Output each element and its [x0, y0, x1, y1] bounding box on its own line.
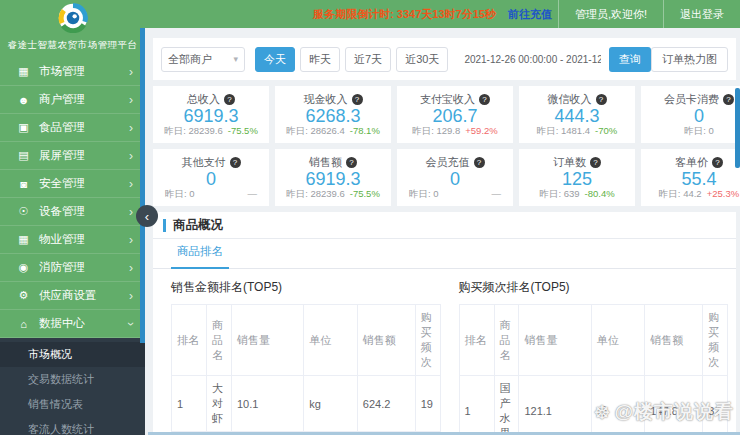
stat-change: -75.5% — [228, 125, 258, 138]
sidebar-item-7[interactable]: ◉消防管理› — [0, 254, 145, 282]
sidebar-scrollbar[interactable] — [140, 28, 145, 343]
submenu-item-1[interactable]: 交易数据统计 — [0, 367, 145, 392]
help-icon[interactable]: ? — [346, 157, 357, 168]
quick-range-button-2[interactable]: 近7天 — [345, 47, 391, 72]
order-heatmap-button[interactable]: 订单热力图 — [651, 47, 728, 72]
sidebar-item-label: 物业管理 — [39, 232, 85, 247]
table-header-cell: 购买频次 — [415, 305, 440, 376]
quick-range-button-3[interactable]: 近30天 — [396, 47, 448, 72]
table-header-row: 排名商品名销售量单位销售额购买频次 — [459, 305, 728, 376]
stat-label: 总收入 — [187, 92, 220, 107]
logout-button[interactable]: 退出登录 — [663, 0, 740, 28]
stat-card-title: 会员卡消费? — [664, 92, 734, 107]
table-header-cell: 单位 — [304, 305, 358, 376]
tab-product-ranking[interactable]: 商品排名 — [171, 244, 229, 269]
quick-range-button-0[interactable]: 今天 — [255, 47, 295, 72]
welcome-text: 管理员,欢迎你! — [558, 0, 663, 28]
stat-card-title: 会员充值? — [426, 155, 485, 170]
chevron-right-icon: › — [129, 233, 133, 247]
sidebar-item-8[interactable]: ⚙供应商设置› — [0, 282, 145, 310]
help-icon[interactable]: ? — [479, 94, 490, 105]
date-range-input[interactable]: 2021-12-26 00:00:00 - 2021-12-26 23:59:5… — [464, 54, 601, 65]
help-icon[interactable]: ? — [352, 94, 363, 105]
sidebar-item-4[interactable]: ◙安全管理› — [0, 170, 145, 198]
stat-value: 0 — [450, 170, 460, 188]
table-cell: 624.2 — [357, 376, 415, 432]
stat-change: -75.5% — [350, 188, 380, 201]
chevron-right-icon: › — [129, 93, 133, 107]
table-cell: 国产水果 — [494, 376, 519, 435]
submenu-item-0[interactable]: 市场概况 — [0, 342, 145, 367]
table-header-cell: 商品名 — [207, 305, 232, 376]
property-grid-icon: ▦ — [16, 233, 31, 246]
ranking-table-0: 销售金额排名(TOP5)排名商品名销售量单位销售额购买频次1大对虾10.1kg6… — [171, 279, 441, 435]
sidebar-item-label: 消防管理 — [39, 260, 85, 275]
table-header-row: 排名商品名销售量单位销售额购买频次 — [172, 305, 441, 376]
stat-yesterday-row: 昨日: 0— — [159, 188, 263, 201]
stat-card-1: 现金收入?6268.3昨日: 28626.4-78.1% — [275, 86, 391, 143]
help-icon[interactable]: ? — [224, 94, 235, 105]
table-cell: 大对虾 — [207, 376, 232, 432]
stat-change: — — [492, 188, 502, 201]
ranking-table-title: 销售金额排名(TOP5) — [171, 279, 441, 296]
stat-yesterday: 昨日: 28626.4 — [286, 125, 345, 138]
sidebar-item-9[interactable]: ⌂数据中心› — [0, 310, 145, 338]
sidebar-item-6[interactable]: ▦物业管理› — [0, 226, 145, 254]
quick-range-button-1[interactable]: 昨天 — [300, 47, 340, 72]
recharge-link[interactable]: 前往充值 — [508, 7, 552, 22]
food-box-icon: ▣ — [16, 121, 31, 134]
sidebar: 睿途士智慧农贸市场管理平台 ▦市场管理›☻商户管理›▣食品管理›▤展屏管理›◙安… — [0, 0, 145, 435]
stat-label: 订单数 — [553, 155, 586, 170]
stat-yesterday-row: 昨日: 0 — [647, 125, 740, 138]
chevron-down-icon: › — [124, 322, 138, 326]
stat-card-title: 总收入? — [187, 92, 235, 107]
stat-value: 6268.3 — [305, 107, 360, 125]
stat-value: 0 — [206, 170, 216, 188]
stat-card-2: 支付宝收入?206.7昨日: 129.8+59.2% — [397, 86, 513, 143]
stat-yesterday: 昨日: 639 — [539, 188, 579, 201]
submenu-item-3[interactable]: 客流人数统计 — [0, 417, 145, 435]
stat-card-title: 销售额? — [309, 155, 357, 170]
merchant-select[interactable]: 全部商户 ▾ — [161, 47, 245, 72]
vertical-scrollbar-thumb[interactable] — [735, 88, 740, 168]
stat-value: 6919.3 — [183, 107, 238, 125]
ranking-table: 排名商品名销售量单位销售额购买频次1大对虾10.1kg624.219湛江 — [171, 304, 441, 435]
watermark-text: @楼市说说看 — [614, 399, 734, 425]
home-icon: ⌂ — [16, 318, 31, 330]
stat-yesterday-row: 昨日: 44.2+25.3% — [647, 188, 740, 201]
stat-card-6: 销售额?6919.3昨日: 28239.6-75.5% — [275, 149, 391, 206]
sidebar-item-label: 市场管理 — [39, 64, 85, 79]
stat-yesterday: 昨日: 129.8 — [412, 125, 460, 138]
stats-grid: 总收入?6919.3昨日: 28239.6-75.5%现金收入?6268.3昨日… — [153, 86, 736, 206]
app-root: 睿途士智慧农贸市场管理平台 ▦市场管理›☻商户管理›▣食品管理›▤展屏管理›◙安… — [0, 0, 740, 435]
table-header-cell: 销售额 — [357, 305, 415, 376]
sidebar-collapse-handle[interactable]: ‹ — [136, 205, 158, 227]
logo: 睿途士智慧农贸市场管理平台 — [0, 0, 145, 58]
help-icon[interactable]: ? — [474, 157, 485, 168]
help-icon[interactable]: ? — [596, 94, 607, 105]
table-header-cell: 销售量 — [231, 305, 303, 376]
stat-card-9: 客单价?55.4昨日: 44.2+25.3% — [641, 149, 740, 206]
help-icon[interactable]: ? — [723, 94, 734, 105]
sidebar-item-3[interactable]: ▤展屏管理› — [0, 142, 145, 170]
sidebar-item-5[interactable]: ☉设备管理› — [0, 198, 145, 226]
submenu-item-2[interactable]: 销售情况表 — [0, 392, 145, 417]
user-icon: ☻ — [16, 94, 31, 106]
stat-card-4: 会员卡消费?0昨日: 0 — [641, 86, 740, 143]
search-button[interactable]: 查询 — [609, 47, 651, 72]
help-icon[interactable]: ? — [230, 157, 241, 168]
table-cell: 19 — [415, 376, 440, 432]
stat-yesterday-row: 昨日: 28239.6-75.5% — [281, 188, 385, 201]
stat-label: 现金收入 — [304, 92, 348, 107]
stat-yesterday: 昨日: 0 — [409, 188, 439, 201]
sidebar-item-0[interactable]: ▦市场管理› — [0, 58, 145, 86]
stat-change: — — [248, 188, 258, 201]
filter-bar: 全部商户 ▾ 今天昨天近7天近30天 2021-12-26 00:00:00 -… — [153, 38, 736, 80]
stat-card-3: 微信收入?444.3昨日: 1481.4-70% — [519, 86, 635, 143]
sidebar-item-2[interactable]: ▣食品管理› — [0, 114, 145, 142]
help-icon[interactable]: ? — [590, 157, 601, 168]
help-icon[interactable]: ? — [712, 157, 723, 168]
stat-card-title: 现金收入? — [304, 92, 363, 107]
table-header-cell: 商品名 — [494, 305, 519, 376]
sidebar-item-1[interactable]: ☻商户管理› — [0, 86, 145, 114]
